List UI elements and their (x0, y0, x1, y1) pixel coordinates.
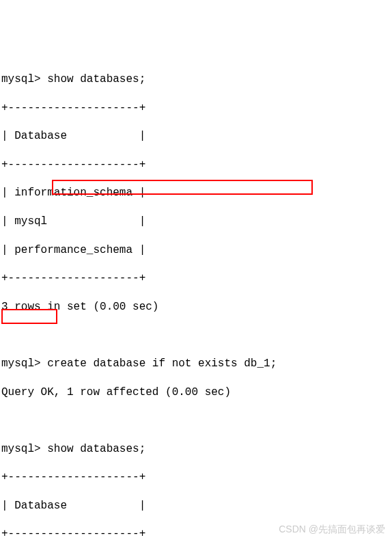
table-header: | Database | (1, 499, 391, 513)
cmd-line: mysql> show databases; (1, 72, 391, 87)
cmd-line: mysql> show databases; (1, 442, 391, 457)
table-border: +--------------------+ (1, 271, 391, 286)
result-text: 3 rows in set (0.00 sec) (1, 300, 391, 314)
cmd-line: mysql> create database if not exists db_… (1, 357, 391, 371)
table-border: +--------------------+ (1, 470, 391, 485)
table-row: | information_schema | (1, 186, 391, 200)
table-border: +--------------------+ (1, 527, 391, 541)
table-row: | mysql | (1, 215, 391, 229)
table-row: | performance_schema | (1, 243, 391, 258)
blank-line (1, 414, 391, 428)
result-text: Query OK, 1 row affected (0.00 sec) (1, 385, 391, 400)
terminal-output: mysql> show databases; +----------------… (1, 58, 391, 542)
table-border: +--------------------+ (1, 158, 391, 172)
blank-line (1, 328, 391, 342)
table-border: +--------------------+ (1, 101, 391, 116)
table-header: | Database | (1, 129, 391, 144)
